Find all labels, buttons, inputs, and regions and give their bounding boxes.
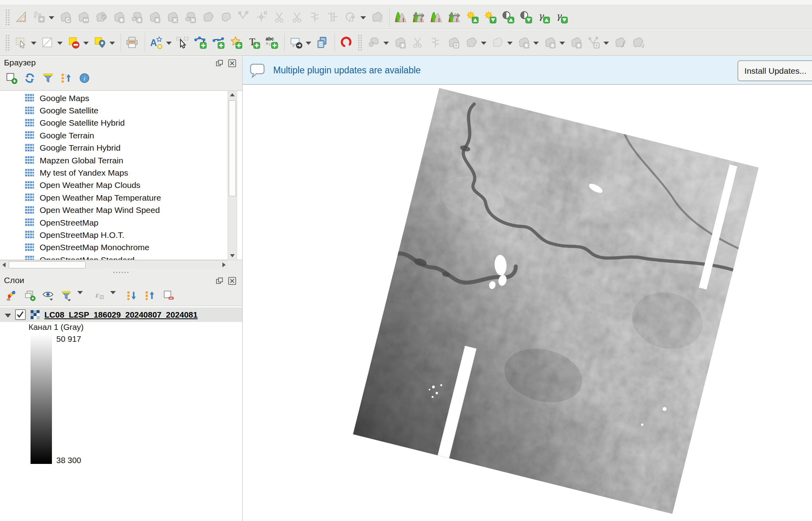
browser-item-google-satellite[interactable]: Google Satellite xyxy=(0,104,242,117)
geoprocessing-tool-2-button[interactable] xyxy=(393,36,406,49)
geoprocessing-tool-12-button[interactable] xyxy=(613,36,626,49)
label-options-button[interactable]: A xyxy=(149,36,163,49)
increase-gamma-button[interactable]: γ xyxy=(537,10,550,24)
select-features-menu-caret-icon[interactable] xyxy=(31,42,36,45)
fill-ring-button[interactable] xyxy=(130,10,143,24)
delete-part-button[interactable] xyxy=(165,10,179,24)
browser-item-open-weather-map-clouds[interactable]: Open Weather Map Clouds xyxy=(0,179,242,192)
toolbar-drag-handle-3-icon[interactable] xyxy=(357,34,362,51)
full-histogram-stretch-button[interactable] xyxy=(448,10,461,24)
browser-vertical-scrollbar[interactable] xyxy=(228,90,237,260)
collapse-all-layers-button[interactable] xyxy=(144,289,156,301)
geoprocessing-tool-8-button[interactable] xyxy=(517,36,530,49)
geoprocessing-tool-3-button[interactable] xyxy=(411,36,424,49)
layer-expander-icon[interactable] xyxy=(5,314,11,318)
html-annotation-button[interactable]: abc xyxy=(265,36,278,49)
add-ring-button[interactable] xyxy=(94,10,107,24)
browser-item-openstreetmap-standard[interactable]: OpenStreetMap Standard xyxy=(0,254,242,260)
scroll-down-icon[interactable] xyxy=(228,252,237,260)
merge-attributes-button[interactable] xyxy=(326,10,339,24)
browser-item-mapzen-global-terrain[interactable]: Mapzen Global Terrain xyxy=(0,154,242,167)
add-selected-layers-button[interactable] xyxy=(6,72,17,84)
browser-item-google-terrain[interactable]: Google Terrain xyxy=(0,129,242,142)
open-layer-styling-button[interactable] xyxy=(6,289,17,301)
layer-visibility-checkbox[interactable] xyxy=(15,309,26,320)
add-group-button[interactable] xyxy=(24,289,36,301)
remove-layer-button[interactable] xyxy=(163,289,174,301)
simplify-feature-button[interactable] xyxy=(76,10,90,24)
browser-item-google-maps[interactable]: Google Maps xyxy=(0,92,242,104)
browser-close-button[interactable] xyxy=(228,59,237,68)
refresh-browser-button[interactable] xyxy=(24,72,36,84)
horizontal-scroll-thumb[interactable] xyxy=(9,261,86,268)
select-by-location-menu-caret-icon[interactable] xyxy=(109,42,115,45)
offset-point-symbols-button[interactable] xyxy=(370,10,383,24)
move-feature-button[interactable] xyxy=(32,10,46,24)
reshape-features-button[interactable] xyxy=(201,10,214,24)
select-by-form-button[interactable] xyxy=(40,36,54,49)
measure-ruler-button[interactable] xyxy=(14,10,28,24)
geoprocessing-tool-7-menu-caret-icon[interactable] xyxy=(507,42,513,45)
local-cumulative-cut-stretch-button[interactable] xyxy=(394,10,408,24)
layer-name[interactable]: LC08_L2SP_186029_20240807_2024081 xyxy=(44,310,242,320)
merge-features-button[interactable] xyxy=(308,10,322,24)
browser-item-openstreetmap-h-o-t[interactable]: OpenStreetMap H.O.T. xyxy=(0,229,242,241)
vertex-tool-line-button[interactable] xyxy=(211,36,225,49)
copy-features-button[interactable] xyxy=(315,36,329,49)
scroll-up-icon[interactable] xyxy=(228,91,237,99)
print-layout-button[interactable] xyxy=(125,36,139,49)
filter-by-expression-menu-caret-icon[interactable] xyxy=(110,291,116,294)
browser-item-openstreetmap[interactable]: OpenStreetMap xyxy=(0,216,242,229)
local-histogram-stretch-button[interactable] xyxy=(430,10,443,24)
collapse-all-button[interactable] xyxy=(60,72,72,84)
map-canvas[interactable] xyxy=(243,85,812,521)
add-part-button[interactable] xyxy=(112,10,125,24)
filter-legend-button[interactable] xyxy=(60,289,72,301)
decrease-gamma-button[interactable]: γ xyxy=(555,10,568,24)
increase-contrast-button[interactable] xyxy=(501,10,515,24)
deselect-all-button[interactable] xyxy=(67,36,80,49)
select-by-location-button[interactable] xyxy=(93,36,106,49)
layer-row[interactable]: LC08_L2SP_186029_20240807_2024081 xyxy=(0,307,242,322)
label-options-menu-caret-icon[interactable] xyxy=(166,42,172,45)
offset-curve-button[interactable] xyxy=(183,10,197,24)
browser-item-my-test-of-yandex-maps[interactable]: My test of Yandex Maps xyxy=(0,167,242,179)
select-features-button[interactable] xyxy=(14,36,28,49)
geoprocessing-tool-5-button[interactable] xyxy=(446,36,460,49)
geoprocessing-tool-4-button[interactable] xyxy=(429,36,442,49)
vertex-refresh-tool-button[interactable] xyxy=(237,10,250,24)
filter-by-expression-button[interactable]: ε xyxy=(93,289,105,301)
layers-close-button[interactable] xyxy=(228,276,237,285)
advanced-digitizing-button[interactable] xyxy=(255,10,268,24)
geoprocessing-tool-9-button[interactable] xyxy=(543,36,556,49)
move-label-button[interactable] xyxy=(176,36,189,49)
select-by-form-menu-caret-icon[interactable] xyxy=(57,42,63,45)
rotate-point-symbols-button[interactable] xyxy=(344,10,357,24)
decrease-brightness-button[interactable] xyxy=(483,10,497,24)
trim-extend-button[interactable] xyxy=(219,10,232,24)
full-cumulative-cut-stretch-button[interactable] xyxy=(412,10,425,24)
deselect-all-menu-caret-icon[interactable] xyxy=(83,42,89,45)
geoprocessing-tool-13-button[interactable]: d xyxy=(631,36,644,49)
text-annotation-button[interactable]: T xyxy=(247,36,260,49)
geoprocessing-tool-7-button[interactable] xyxy=(490,36,504,49)
browser-horizontal-scrollbar[interactable] xyxy=(0,260,228,269)
scroll-right-icon[interactable] xyxy=(220,260,228,269)
geoprocessing-tool-9-menu-caret-icon[interactable] xyxy=(559,42,565,45)
browser-item-openstreetmap-monochrome[interactable]: OpenStreetMap Monochrome xyxy=(0,241,242,254)
browser-item-open-weather-map-wind-speed[interactable]: Open Weather Map Wind Speed xyxy=(0,204,242,216)
vertical-scroll-thumb[interactable] xyxy=(229,100,236,196)
new-spatial-bookmark-button[interactable] xyxy=(339,36,353,49)
filter-browser-button[interactable] xyxy=(42,72,54,84)
browser-item-google-satellite-hybrid[interactable]: Google Satellite Hybrid xyxy=(0,117,242,129)
geoprocessing-tool-6-menu-caret-icon[interactable] xyxy=(481,42,486,45)
map-tips-menu-caret-icon[interactable] xyxy=(306,42,311,45)
show-properties-button[interactable]: i xyxy=(79,72,90,84)
split-parts-button[interactable] xyxy=(290,10,304,24)
geoprocessing-tool-6-button[interactable] xyxy=(464,36,478,49)
geoprocessing-tool-1-button[interactable] xyxy=(367,36,380,49)
rotate-feature-button[interactable] xyxy=(58,10,72,24)
geoprocessing-tool-10-button[interactable] xyxy=(569,36,582,49)
toolbar-drag-handle-icon[interactable] xyxy=(5,9,10,25)
move-feature-menu-caret-icon[interactable] xyxy=(49,16,54,19)
